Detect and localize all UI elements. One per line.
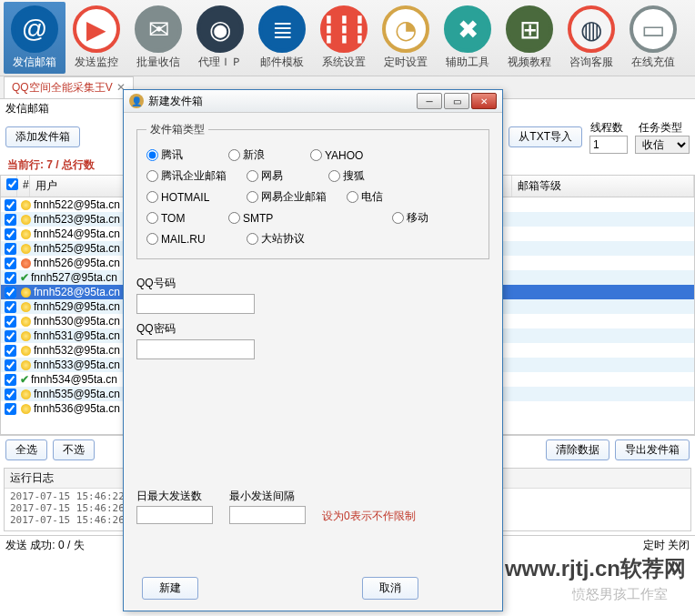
column-grade[interactable]: 邮箱等级 (512, 176, 694, 197)
sender-type-group: 发件箱类型 腾讯新浪YAHOO腾讯企业邮箱网易搜狐HOTMAIL网易企业邮箱电信… (136, 122, 489, 259)
row-checkbox[interactable] (5, 359, 16, 371)
radio-label: YAHOO (325, 149, 363, 162)
radio-input[interactable] (328, 170, 340, 182)
row-user: fnnh527@95ta.cn (31, 271, 117, 284)
tool-代理ＩＰ[interactable]: ◉代理ＩＰ (189, 2, 251, 74)
max-send-input[interactable] (136, 506, 213, 524)
sender-type-option[interactable]: 腾讯 (146, 147, 228, 163)
tool-辅助工具[interactable]: ✖辅助工具 (437, 2, 499, 74)
tool-icon: ⊞ (506, 5, 553, 53)
row-checkbox[interactable] (5, 389, 16, 400)
sender-type-option[interactable]: 网易 (247, 168, 328, 184)
status-bulb-icon (21, 360, 31, 370)
row-checkbox[interactable] (5, 330, 16, 342)
radio-input[interactable] (146, 170, 158, 182)
radio-input[interactable] (247, 170, 258, 182)
status-bulb-icon (21, 317, 31, 327)
sender-type-option[interactable]: 新浪 (228, 147, 310, 163)
row-checkbox[interactable] (5, 403, 16, 415)
tool-label: 辅助工具 (446, 55, 489, 70)
sender-type-option[interactable]: YAHOO (310, 147, 392, 163)
sender-type-option[interactable]: HOTMAIL (146, 189, 247, 205)
radio-input[interactable] (146, 212, 158, 224)
add-sender-button[interactable]: 添加发件箱 (5, 126, 80, 147)
radio-input[interactable] (228, 149, 240, 161)
row-checkbox[interactable] (5, 345, 16, 357)
radio-input[interactable] (247, 191, 258, 203)
create-button[interactable]: 新建 (142, 577, 198, 600)
cancel-button[interactable]: 取消 (362, 577, 418, 600)
sender-type-option[interactable]: 移动 (392, 210, 474, 226)
row-checkbox[interactable] (5, 301, 16, 313)
sender-type-option[interactable]: 腾讯企业邮箱 (146, 168, 247, 184)
radio-input[interactable] (146, 191, 158, 203)
column-checkbox[interactable] (1, 176, 17, 197)
send-result: 发送 成功: 0 / 失 (5, 538, 85, 553)
tool-邮件模板[interactable]: ≣邮件模板 (251, 2, 313, 74)
tool-icon: ◉ (196, 5, 244, 53)
sender-type-option[interactable]: MAIL.RU (146, 231, 247, 247)
row-checkbox[interactable] (5, 272, 16, 284)
radio-input[interactable] (392, 212, 404, 224)
export-sender-button[interactable]: 导出发件箱 (615, 439, 690, 460)
qq-password-input[interactable] (136, 339, 255, 359)
row-checkbox[interactable] (5, 287, 16, 298)
radio-input[interactable] (247, 233, 258, 245)
row-checkbox[interactable] (5, 199, 16, 211)
tool-发送监控[interactable]: ▶发送监控 (65, 2, 127, 74)
radio-label: SMTP (243, 212, 273, 225)
sender-type-option[interactable]: 电信 (347, 189, 428, 205)
import-txt-button[interactable]: 从TXT导入 (509, 126, 582, 147)
tool-在线充值[interactable]: ▭在线充值 (622, 2, 684, 74)
tool-icon: @ (11, 5, 58, 53)
row-checkbox[interactable] (5, 214, 16, 226)
status-bulb-icon (21, 200, 31, 210)
clear-data-button[interactable]: 清除数据 (546, 439, 609, 460)
row-checkbox[interactable] (5, 228, 16, 240)
tool-label: 发信邮箱 (13, 55, 56, 70)
row-user: fnnh523@95ta.cn (34, 213, 120, 226)
tool-视频教程[interactable]: ⊞视频教程 (499, 2, 560, 74)
threads-input[interactable] (589, 136, 628, 154)
radio-input[interactable] (146, 233, 158, 245)
sender-type-option[interactable]: 大站协议 (247, 231, 328, 247)
radio-input[interactable] (228, 212, 240, 224)
tool-咨询客服[interactable]: ◍咨询客服 (560, 2, 622, 74)
min-interval-input[interactable] (229, 506, 306, 524)
row-checkbox[interactable] (5, 258, 16, 269)
radio-input[interactable] (347, 191, 358, 203)
tool-icon: ✖ (444, 5, 491, 53)
row-checkbox[interactable] (5, 374, 16, 386)
status-bulb-icon (21, 288, 31, 298)
select-none-button[interactable]: 不选 (53, 439, 95, 460)
threads-label: 线程数 (590, 120, 623, 136)
maximize-button[interactable]: ▭ (444, 93, 469, 109)
tasktype-select[interactable]: 收信 (635, 136, 690, 154)
tool-系统设置[interactable]: ┇┇┇系统设置 (313, 2, 375, 74)
tool-icon: ◔ (382, 5, 429, 53)
sender-type-option[interactable]: 搜狐 (328, 168, 410, 184)
tool-批量收信[interactable]: ✉批量收信 (127, 2, 189, 74)
select-all-button[interactable]: 全选 (5, 439, 47, 460)
row-checkbox[interactable] (5, 316, 16, 328)
status-bulb-icon (21, 404, 31, 414)
sender-type-option[interactable]: TOM (146, 210, 228, 226)
dialog-titlebar[interactable]: 👤 新建发件箱 ─ ▭ ✕ (124, 90, 502, 113)
tool-label: 咨询客服 (569, 55, 613, 70)
tool-发信邮箱[interactable]: @发信邮箱 (4, 2, 65, 74)
status-bulb-icon (21, 389, 31, 399)
qq-number-label: QQ号码 (136, 276, 489, 291)
radio-input[interactable] (310, 149, 322, 161)
footer-timed: 定时 关闭 (643, 538, 690, 553)
radio-input[interactable] (146, 149, 158, 161)
tab-qqspace[interactable]: QQ空间全能采集王V✕ (4, 76, 134, 98)
status-ok-icon: ✔ (20, 271, 29, 284)
qq-number-input[interactable] (136, 294, 255, 314)
tool-定时设置[interactable]: ◔定时设置 (375, 2, 437, 74)
minimize-button[interactable]: ─ (417, 93, 442, 109)
sender-type-option[interactable]: 网易企业邮箱 (247, 189, 347, 205)
sender-type-option[interactable]: SMTP (228, 210, 310, 226)
row-checkbox[interactable] (5, 243, 16, 255)
row-user: fnnh528@95ta.cn (34, 286, 120, 298)
close-button[interactable]: ✕ (471, 93, 497, 109)
